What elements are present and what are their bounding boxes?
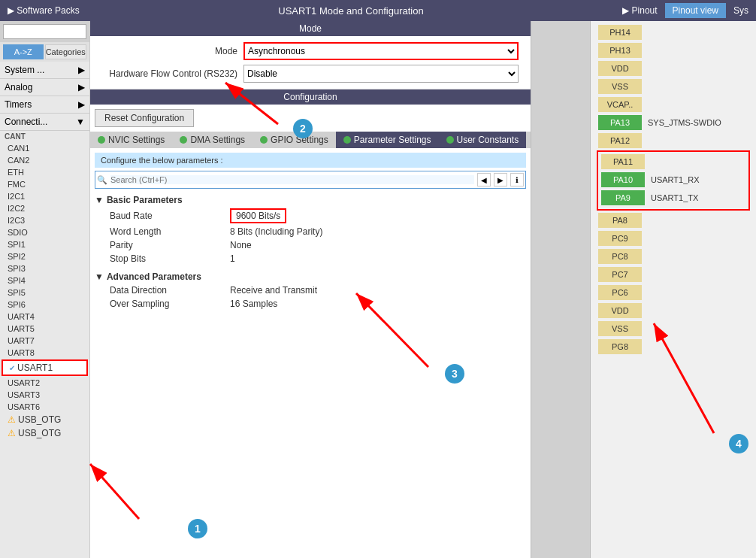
timers-label: Timers	[5, 99, 32, 110]
basic-params-header[interactable]: ▼ Basic Parameters	[95, 193, 526, 207]
connectivity-label: Connecti...	[5, 117, 47, 127]
sidebar-item-spi6[interactable]: SPI6	[0, 299, 89, 311]
pin-label-vdd2: VDD	[598, 303, 642, 318]
pin-row-vss1: VSS	[591, 78, 756, 95]
stop-bits-row: Stop Bits 1	[95, 252, 526, 265]
sidebar-item-i2c3[interactable]: I2C3	[0, 214, 89, 226]
tab-parameter-settings[interactable]: Parameter Settings	[336, 132, 439, 148]
pin-row-pc7: PC7	[591, 266, 756, 283]
mode-select[interactable]: Asynchronous	[243, 42, 519, 60]
configure-text: Configure the below parameters :	[95, 153, 526, 168]
pin-row-pc6: PC6	[591, 284, 756, 301]
sidebar-item-uart7[interactable]: UART7	[0, 335, 89, 347]
sidebar-item-usart6[interactable]: USART6	[0, 401, 89, 413]
sidebar-item-spi4[interactable]: SPI4	[0, 274, 89, 287]
sys-button[interactable]: Sys	[733, 5, 748, 16]
sidebar-item-uart5[interactable]: UART5	[0, 323, 89, 335]
pin-row-vdd1: VDD	[591, 60, 756, 77]
pin-label-pg8: PG8	[598, 339, 642, 354]
sidebar-section-timers[interactable]: Timers ▶	[0, 96, 89, 114]
prev-nav-button[interactable]: ◀	[477, 173, 491, 187]
reset-config-button[interactable]: Reset Configuration	[95, 109, 194, 127]
sidebar-item-fmc[interactable]: FMC	[0, 178, 89, 190]
over-sampling-row: Over Sampling 16 Samples	[95, 297, 526, 311]
pin-label-pc8: PC8	[598, 249, 642, 264]
sidebar-item-spi3[interactable]: SPI3	[0, 262, 89, 274]
pin-label-vdd1: VDD	[598, 61, 642, 76]
pin-row-vss2: VSS	[591, 320, 756, 337]
sidebar-item-i2c2[interactable]: I2C2	[0, 202, 89, 214]
page-title: USART1 Mode and Configuration	[87, 5, 615, 17]
sidebar-section-connectivity[interactable]: Connecti... ▼	[0, 114, 89, 131]
sidebar-item-can2[interactable]: CAN2	[0, 154, 89, 166]
pin-row-pc9: PC9	[591, 230, 756, 247]
pin-row-ph14: PH14	[591, 24, 756, 41]
pin-label-pa12: PA12	[598, 133, 642, 148]
baud-rate-label: Baud Rate	[110, 211, 230, 221]
data-direction-row: Data Direction Receive and Transmit	[95, 284, 526, 297]
sidebar-item-usart3[interactable]: USART3	[0, 389, 89, 401]
pinout-view-button[interactable]: Pinout view	[665, 3, 726, 18]
config-header: Configuration	[90, 89, 531, 105]
categories-button[interactable]: Categories	[45, 44, 87, 59]
pin-label-pc9: PC9	[598, 231, 642, 246]
badge-3: 3	[445, 364, 464, 384]
pin-label-pa9: PA9	[601, 190, 645, 205]
analog-arrow: ▶	[78, 82, 85, 92]
sidebar-item-spi5[interactable]: SPI5	[0, 287, 89, 299]
sidebar-item-can1[interactable]: CAN1	[0, 142, 89, 154]
pin-name-pa13: SYS_JTMS-SWDIO	[648, 118, 721, 127]
pinout-panel: PH14 PH13 VDD VSS VCAP.. PA13 SYS_JTMS-S…	[591, 21, 756, 558]
pin-label-pa10: PA10	[601, 172, 645, 187]
sidebar-item-uart4[interactable]: UART4	[0, 311, 89, 323]
sidebar-item-i2c1[interactable]: I2C1	[0, 190, 89, 202]
nvic-dot	[98, 136, 105, 144]
pin-row-vcap: VCAP..	[591, 96, 756, 113]
pin-row-pg8: PG8	[591, 338, 756, 355]
pinout-link[interactable]: ▶ Pinout	[622, 5, 657, 16]
user-dot	[446, 136, 454, 144]
advanced-params-header[interactable]: ▼ Advanced Parameters	[95, 270, 526, 284]
next-nav-button[interactable]: ▶	[494, 173, 507, 187]
data-direction-value: Receive and Transmit	[230, 285, 317, 296]
info-button[interactable]: ℹ	[510, 173, 524, 187]
usart1-label: USART1	[17, 362, 53, 373]
cant-label: CANT	[0, 131, 89, 142]
pin-row-pa13: PA13 SYS_JTMS-SWDIO	[591, 114, 756, 131]
tab-nvic-settings[interactable]: NVIC Settings	[90, 132, 172, 148]
sidebar-item-uart8[interactable]: UART8	[0, 347, 89, 359]
system-arrow: ▶	[78, 65, 85, 75]
pin-label-pc6: PC6	[598, 285, 642, 300]
tab-dma-settings[interactable]: DMA Settings	[172, 132, 253, 148]
gpio-dot	[260, 136, 268, 144]
sidebar-section-analog[interactable]: Analog ▶	[0, 79, 89, 96]
data-direction-label: Data Direction	[110, 285, 230, 296]
pin-label-ph13: PH13	[598, 43, 642, 58]
advanced-collapse-icon: ▼	[95, 271, 104, 282]
tab-user-constants[interactable]: User Constants	[439, 132, 527, 148]
software-packs-btn[interactable]: ▶ Software Packs	[8, 5, 80, 16]
sidebar-item-spi2[interactable]: SPI2	[0, 250, 89, 262]
over-sampling-label: Over Sampling	[110, 299, 230, 309]
warning-icon-2: ⚠	[8, 428, 16, 438]
connectivity-arrow: ▼	[76, 117, 85, 127]
sidebar-item-usart1[interactable]: ✔ USART1	[2, 359, 88, 376]
params-search-input[interactable]	[110, 175, 474, 184]
hw-flow-select[interactable]: Disable	[243, 65, 519, 83]
analog-label: Analog	[5, 82, 32, 92]
pin-row-pa10: PA10 USART1_RX	[600, 171, 747, 188]
sidebar-item-usart2[interactable]: USART2	[0, 377, 89, 389]
sidebar-item-spi1[interactable]: SPI1	[0, 238, 89, 250]
word-length-label: Word Length	[110, 226, 230, 237]
sidebar-item-usb-otg1[interactable]: ⚠ USB_OTG	[0, 413, 89, 426]
baud-rate-row: Baud Rate 9600 Bits/s	[95, 207, 526, 225]
pin-label-ph14: PH14	[598, 25, 642, 40]
az-button[interactable]: A->Z	[3, 44, 44, 59]
sidebar-item-usb-otg2[interactable]: ⚠ USB_OTG	[0, 426, 89, 440]
sidebar-item-sdio[interactable]: SDIO	[0, 226, 89, 238]
sidebar-section-system[interactable]: System ... ▶	[0, 62, 89, 79]
badge-2: 2	[293, 119, 313, 138]
sidebar-search-input[interactable]	[3, 24, 86, 39]
parity-row: Parity None	[95, 238, 526, 252]
sidebar-item-eth[interactable]: ETH	[0, 166, 89, 178]
